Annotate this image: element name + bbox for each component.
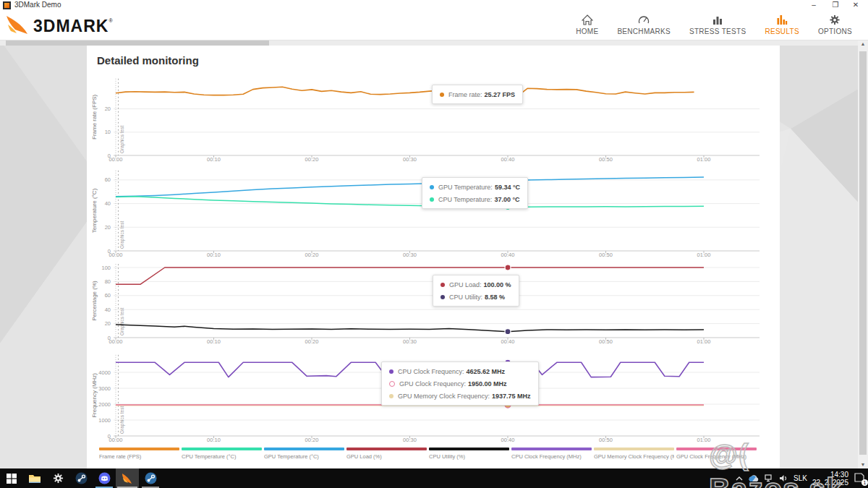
svg-text:10: 10 [105, 129, 111, 135]
svg-text:3000: 3000 [98, 385, 111, 392]
volume-icon[interactable] [779, 474, 788, 482]
scroll-up-arrow[interactable]: ▲ [858, 41, 868, 46]
legend-color-bar [346, 448, 427, 450]
settings-button[interactable] [46, 468, 69, 488]
logo-text: 3DMARK [33, 17, 109, 36]
legend-color-bar [676, 448, 757, 450]
legend-color-bar [511, 448, 592, 450]
notification-badge: 1 [861, 479, 868, 486]
main-nav: HOME BENCHMARKS STRESS TESTS RESULTS [576, 14, 852, 35]
legend-color-bar [594, 448, 674, 450]
svg-text:00:10: 00:10 [207, 252, 221, 258]
legend-label: GPU Load (%) [346, 453, 427, 460]
legend-item[interactable]: GPU Clock Frequency (MHz) [676, 448, 757, 460]
svg-text:4000: 4000 [98, 369, 111, 376]
svg-text:60: 60 [105, 292, 111, 299]
legend-label: CPU Utility (%) [429, 453, 509, 460]
chart-2-tooltip: GPU Temperature:59.34 °CCPU Temperature:… [422, 177, 528, 209]
nav-benchmarks-label: BENCHMARKS [617, 27, 671, 35]
svg-text:40: 40 [105, 307, 111, 313]
legend-color-bar [429, 448, 509, 450]
legend-item[interactable]: CPU Utility (%) [429, 448, 509, 460]
svg-text:00:40: 00:40 [501, 437, 515, 443]
legend-item[interactable]: CPU Clock Frequency (MHz) [511, 448, 592, 460]
scroll-down-arrow[interactable]: ▼ [858, 462, 868, 467]
svg-text:00:20: 00:20 [305, 252, 319, 258]
legend-item[interactable]: GPU Memory Clock Frequency (MHz) [594, 448, 674, 460]
tooltip-series-dot [389, 394, 393, 398]
tooltip-series-dot [441, 295, 445, 299]
tray-date: 22. 2. 2025 [812, 479, 848, 487]
legend-item[interactable]: CPU Temperature (°C) [182, 448, 262, 460]
svg-text:60: 60 [105, 176, 111, 183]
taskbar: SLK 14:30 22. 2. 2025 1 [0, 468, 868, 488]
steam-running-button[interactable] [139, 468, 162, 488]
svg-text:01:00: 01:00 [697, 156, 711, 163]
nav-results[interactable]: RESULTS [765, 14, 799, 35]
tooltip-series-dot [430, 197, 434, 202]
options-gear-icon [829, 14, 841, 25]
nav-stress-tests-label: STRESS TESTS [689, 27, 746, 35]
svg-text:01:00: 01:00 [697, 252, 711, 258]
onedrive-cloud-icon[interactable] [748, 474, 760, 482]
start-button[interactable] [0, 468, 23, 488]
close-button[interactable]: ✕ [846, 0, 865, 10]
vertical-scrollbar[interactable]: ▲ ▼ [858, 40, 868, 468]
benchmarks-icon [638, 14, 650, 25]
legend-label: GPU Memory Clock Frequency (MHz) [594, 453, 674, 460]
settings-gear-icon [53, 473, 64, 484]
system-tray: SLK 14:30 22. 2. 2025 1 [736, 468, 867, 488]
svg-text:00:10: 00:10 [207, 156, 221, 163]
results-icon [776, 14, 788, 25]
svg-text:00:50: 00:50 [599, 338, 613, 345]
legend-label: GPU Temperature (°C) [264, 453, 344, 460]
windows-logo-icon [7, 474, 17, 484]
svg-text:00:40: 00:40 [501, 338, 515, 345]
nav-home[interactable]: HOME [576, 14, 598, 35]
nav-stress-tests[interactable]: STRESS TESTS [689, 14, 746, 35]
discord-button[interactable] [93, 468, 116, 488]
svg-text:00:50: 00:50 [599, 156, 613, 163]
legend-label: CPU Temperature (°C) [182, 453, 262, 460]
tray-chevron-up-icon[interactable] [736, 476, 743, 481]
legend-item[interactable]: GPU Load (%) [346, 448, 427, 460]
legend-color-bar [182, 448, 262, 450]
legend-color-bar [264, 448, 344, 450]
nav-options[interactable]: OPTIONS [818, 14, 852, 35]
nav-benchmarks[interactable]: BENCHMARKS [617, 14, 671, 35]
svg-text:Frame rate (FPS): Frame rate (FPS) [91, 94, 98, 140]
chart-4-tooltip: CPU Clock Frequency:4625.62 MHzGPU Clock… [381, 361, 539, 406]
logo-registered-mark: ® [109, 18, 112, 23]
legend-label: GPU Clock Frequency (MHz) [676, 453, 757, 460]
legend-color-bar [99, 448, 179, 450]
3dmark-logo: 3DMARK ® [6, 13, 113, 39]
svg-text:1000: 1000 [98, 417, 111, 424]
legend-item[interactable]: Frame rate (FPS) [99, 448, 179, 460]
tray-time: 14:30 [812, 471, 848, 479]
svg-text:00:50: 00:50 [599, 252, 613, 258]
svg-text:00:50: 00:50 [599, 437, 613, 443]
taskbar-clock[interactable]: 14:30 22. 2. 2025 [812, 471, 848, 487]
nav-options-label: OPTIONS [818, 27, 852, 35]
action-center-button[interactable]: 1 [854, 472, 867, 485]
svg-text:00:00: 00:00 [109, 437, 123, 443]
network-icon[interactable] [765, 474, 774, 482]
vertical-scrollbar-thumb[interactable] [859, 51, 867, 455]
svg-text:80: 80 [105, 278, 111, 285]
chart-1-tooltip: Frame rate:25.27 FPS [432, 85, 523, 104]
svg-text:Frequency (MHz): Frequency (MHz) [91, 373, 98, 418]
home-icon [582, 14, 593, 25]
svg-text:2000: 2000 [98, 401, 111, 408]
language-indicator[interactable]: SLK [793, 474, 807, 482]
minimize-button[interactable]: – [804, 0, 823, 10]
3dmark-taskbar-button[interactable] [116, 468, 139, 488]
legend-item[interactable]: GPU Temperature (°C) [264, 448, 344, 460]
horizontal-scrollbar-thumb[interactable] [6, 40, 269, 46]
steam-client-icon [145, 472, 157, 484]
steam-pinned-button[interactable] [69, 468, 93, 488]
horizontal-scrollbar[interactable] [0, 40, 858, 46]
restore-button[interactable]: ❐ [826, 0, 845, 10]
file-explorer-button[interactable] [23, 468, 46, 488]
chart-legend: Frame rate (FPS)CPU Temperature (°C)GPU … [99, 448, 759, 460]
svg-text:Graphics test: Graphics test [119, 126, 125, 153]
